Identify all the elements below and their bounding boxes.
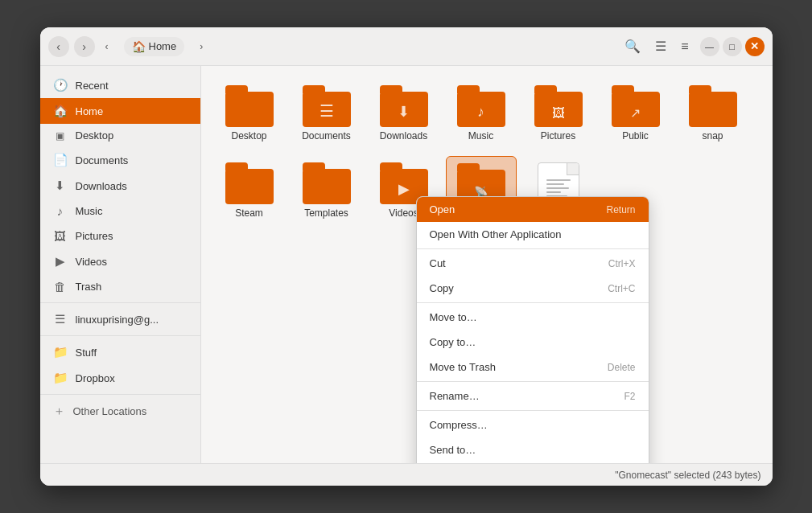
sidebar-divider-3 [40, 394, 200, 395]
file-item-desktop[interactable]: Desktop [214, 79, 285, 150]
sidebar-divider-2 [40, 335, 200, 336]
ctx-compress-label: Compress… [430, 419, 488, 431]
ctx-copy-to-label: Copy to… [430, 336, 476, 348]
sidebar-item-dropbox[interactable]: 📁 Dropbox [40, 365, 200, 391]
file-manager-window: ‹ › ‹ 🏠 Home › 🔍 ☰ ≡ — □ ✕ 🕐 Recent � [40, 27, 773, 486]
ctx-compress[interactable]: Compress… [417, 412, 649, 437]
folder-icon-pictures: 🖼 [534, 85, 583, 127]
file-item-snap[interactable]: snap [678, 79, 748, 150]
file-label-steam: Steam [235, 207, 263, 220]
ctx-divider-2 [417, 302, 649, 303]
sidebar-item-documents[interactable]: 📄 Documents [40, 147, 200, 173]
ctx-open-label: Open [430, 203, 455, 215]
folder-icon-steam [225, 162, 274, 204]
sidebar-item-recent[interactable]: 🕐 Recent [40, 72, 200, 98]
file-label-videos: Videos [389, 207, 418, 220]
ctx-cut[interactable]: Cut Ctrl+X [417, 251, 649, 276]
sidebar-item-other-locations[interactable]: ＋ Other Locations [40, 398, 200, 425]
menu-button[interactable]: ≡ [678, 36, 691, 57]
sidebar-item-music[interactable]: ♪ Music [40, 199, 200, 224]
recent-icon: 🕐 [53, 78, 68, 92]
window-body: 🕐 Recent 🏠 Home ▣ Desktop 📄 Documents ⬇ … [40, 66, 773, 463]
folder-icon-desktop [225, 85, 274, 127]
breadcrumb-prev[interactable]: ‹ [100, 39, 114, 54]
sidebar-item-desktop[interactable]: ▣ Desktop [40, 124, 200, 147]
ctx-move-to[interactable]: Move to… [417, 305, 649, 330]
breadcrumb: 🏠 Home [124, 37, 185, 56]
ctx-copy-to[interactable]: Copy to… [417, 330, 649, 355]
sidebar-item-downloads[interactable]: ⬇ Downloads [40, 173, 200, 199]
status-text: "Gnomecast" selected (243 bytes) [615, 470, 760, 481]
ctx-send-to[interactable]: Send to… [417, 437, 649, 462]
sidebar-item-linuxuprising[interactable]: ☰ linuxuprising@g... [40, 306, 200, 332]
file-item-downloads[interactable]: ⬇ Downloads [369, 79, 439, 150]
ctx-move-to-trash-shortcut: Delete [608, 362, 636, 373]
ctx-divider-3 [417, 381, 649, 382]
file-label-downloads: Downloads [380, 130, 427, 143]
sidebar-label-documents: Documents [76, 154, 129, 166]
sidebar-label-music: Music [76, 205, 103, 217]
sidebar-label-linuxuprising: linuxuprising@g... [76, 314, 159, 326]
statusbar: "Gnomecast" selected (243 bytes) [40, 463, 773, 486]
sidebar-label-recent: Recent [76, 80, 109, 92]
ctx-move-to-trash[interactable]: Move to Trash Delete [417, 355, 649, 380]
script-line-2 [546, 183, 564, 185]
file-item-public[interactable]: ↗ Public [600, 79, 671, 150]
ctx-copy[interactable]: Copy Ctrl+C [417, 276, 649, 301]
folder-icon-templates [303, 162, 351, 204]
sidebar-label-videos: Videos [76, 256, 108, 268]
ctx-open-shortcut: Return [606, 204, 635, 215]
documents-icon: 📄 [53, 153, 68, 167]
sidebar: 🕐 Recent 🏠 Home ▣ Desktop 📄 Documents ⬇ … [40, 66, 201, 463]
breadcrumb-next[interactable]: › [194, 39, 208, 54]
desktop-icon: ▣ [53, 130, 68, 142]
sidebar-item-pictures[interactable]: 🖼 Pictures [40, 224, 200, 248]
file-area: Desktop ☰ Documents [201, 66, 773, 463]
videos-icon: ▶ [53, 254, 68, 269]
file-item-pictures[interactable]: 🖼 Pictures [523, 79, 594, 150]
sidebar-item-trash[interactable]: 🗑 Trash [40, 274, 200, 299]
file-label-templates: Templates [304, 207, 348, 220]
ctx-divider-4 [417, 410, 649, 411]
folder-icon-public: ↗ [612, 85, 660, 127]
ctx-cut-label: Cut [430, 257, 446, 269]
forward-button[interactable]: › [74, 36, 95, 57]
back-button[interactable]: ‹ [48, 36, 69, 57]
search-button[interactable]: 🔍 [621, 35, 644, 57]
sidebar-label-other-locations: Other Locations [73, 405, 147, 417]
linuxuprising-icon: ☰ [53, 312, 68, 326]
close-button[interactable]: ✕ [745, 37, 765, 56]
ctx-rename-label: Rename… [430, 390, 480, 402]
other-locations-icon: ＋ [53, 404, 65, 419]
ctx-move-to-label: Move to… [430, 311, 477, 323]
file-label-pictures: Pictures [541, 130, 575, 143]
sidebar-item-home[interactable]: 🏠 Home [40, 98, 200, 124]
sidebar-divider-1 [40, 302, 200, 303]
downloads-icon: ⬇ [53, 179, 68, 193]
sidebar-item-stuff[interactable]: 📁 Stuff [40, 339, 200, 365]
titlebar: ‹ › ‹ 🏠 Home › 🔍 ☰ ≡ — □ ✕ [40, 27, 773, 66]
file-item-templates[interactable]: Templates [291, 156, 362, 233]
home-icon: 🏠 [53, 104, 68, 118]
ctx-open-with[interactable]: Open With Other Application [417, 222, 649, 247]
ctx-divider-1 [417, 248, 649, 249]
file-label-documents: Documents [302, 130, 351, 143]
titlebar-actions: 🔍 ☰ ≡ [621, 35, 691, 57]
ctx-copy-label: Copy [430, 282, 454, 294]
sidebar-item-videos[interactable]: ▶ Videos [40, 248, 200, 274]
file-item-steam[interactable]: Steam [214, 156, 285, 233]
ctx-move-to-trash-label: Move to Trash [430, 361, 496, 373]
file-label-desktop: Desktop [231, 130, 266, 143]
folder-icon-documents: ☰ [303, 85, 351, 127]
file-item-documents[interactable]: ☰ Documents [291, 79, 362, 150]
file-item-music[interactable]: ♪ Music [446, 79, 517, 150]
breadcrumb-label: Home [149, 40, 177, 52]
ctx-open[interactable]: Open Return [417, 197, 649, 222]
stuff-icon: 📁 [53, 345, 68, 359]
ctx-rename[interactable]: Rename… F2 [417, 384, 649, 408]
ctx-revert[interactable]: Revert to Previous Version… [417, 462, 649, 463]
maximize-button[interactable]: □ [723, 37, 742, 56]
list-view-button[interactable]: ☰ [652, 35, 670, 57]
ctx-cut-shortcut: Ctrl+X [608, 258, 636, 269]
minimize-button[interactable]: — [700, 37, 719, 56]
